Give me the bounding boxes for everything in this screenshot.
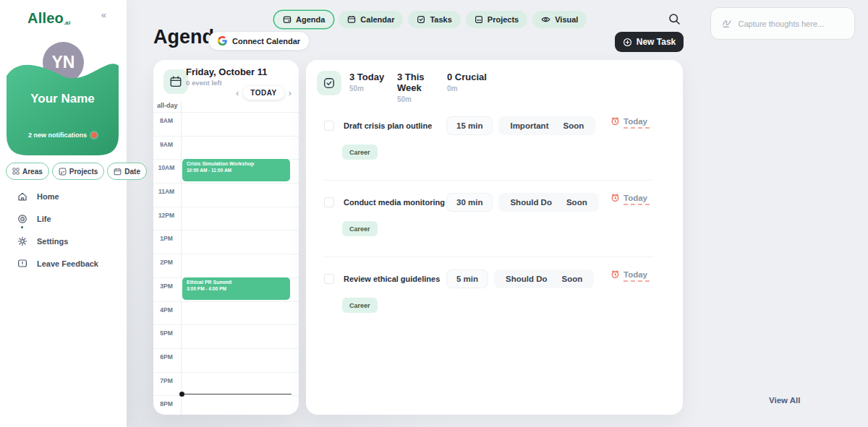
notifications[interactable]: 2 new notifications	[7, 131, 119, 139]
capture-input[interactable]	[739, 20, 843, 28]
filter-label: Areas	[22, 168, 43, 176]
priority-label: Should Do	[510, 198, 552, 207]
filter-date[interactable]: Date	[107, 163, 147, 180]
chevron-right-icon[interactable]: ›	[287, 88, 293, 98]
task-priority-pill[interactable]: Should Do Soon	[498, 193, 598, 212]
hour-label: 3PM	[153, 280, 179, 290]
tab-label: Calendar	[360, 15, 394, 24]
calendar-event[interactable]: Ethical PR Summit 3:00 PM - 4:00 PM	[182, 277, 290, 300]
tasks-header: 3 Today 50m 3 This Week 50m 0 Crucial 0m	[306, 60, 683, 104]
task-tag[interactable]: Career	[342, 221, 378, 236]
calendar-date: Friday, October 11	[186, 66, 267, 77]
task-title[interactable]: Conduct media monitoring	[344, 198, 446, 207]
checkbox-check-icon	[323, 77, 336, 90]
search-icon[interactable]	[668, 13, 683, 27]
task-row: Conduct media monitoring 30 min Should D…	[306, 181, 683, 257]
task-schedule[interactable]: Today	[610, 269, 650, 282]
tab-label: Agenda	[296, 15, 325, 24]
task-tag[interactable]: Career	[342, 145, 378, 160]
filter-label: Projects	[69, 168, 98, 176]
sidebar-item-settings[interactable]: Settings	[17, 236, 98, 246]
tab-calendar[interactable]: Calendar	[339, 11, 403, 28]
google-icon	[218, 36, 227, 46]
collapse-sidebar-icon[interactable]: «	[101, 9, 106, 20]
hour-row[interactable]: 2PM	[153, 254, 299, 277]
task-duration-pill[interactable]: 15 min	[446, 116, 493, 135]
tab-label: Projects	[488, 15, 519, 24]
filter-projects[interactable]: Projects	[52, 163, 104, 180]
sidebar-filters: Areas Projects Date	[6, 163, 147, 180]
hour-row[interactable]: 8PM	[153, 395, 299, 415]
day-time-grid[interactable]: all-day 8AM 9AM 10AM 11AM 12PM 1PM 2PM 3…	[153, 102, 299, 415]
sidebar: Alleo.ai « YN Your Name 2 new notificati…	[0, 0, 127, 427]
task-schedule[interactable]: Today	[610, 193, 650, 205]
task-tag[interactable]: Career	[342, 298, 378, 313]
logo-suffix: .ai	[64, 20, 71, 26]
hour-label: 11AM	[153, 186, 179, 195]
task-priority-pill[interactable]: Should Do Soon	[494, 269, 594, 288]
current-time-line	[184, 394, 292, 395]
task-checkbox[interactable]	[324, 197, 334, 207]
task-priority-pill[interactable]: Important Soon	[498, 116, 595, 135]
hour-row[interactable]: 5PM	[153, 324, 299, 348]
sidebar-item-home[interactable]: Home	[17, 191, 98, 202]
connect-calendar-button[interactable]: Connect Calendar	[208, 31, 310, 51]
chevron-left-icon[interactable]: ‹	[234, 88, 240, 98]
feedback-icon	[17, 259, 27, 269]
today-button[interactable]: TODAY	[243, 86, 284, 100]
hour-row[interactable]: 12PM	[153, 207, 299, 230]
filter-areas[interactable]: Areas	[6, 163, 49, 180]
calendar-nav: ‹ TODAY ›	[234, 86, 293, 100]
summary-count: 3 Today	[349, 72, 397, 82]
hour-row[interactable]: 11AM	[153, 183, 299, 207]
tab-agenda[interactable]: Agenda	[274, 11, 333, 28]
task-checkbox[interactable]	[324, 274, 334, 284]
hour-label: 1PM	[153, 233, 179, 242]
tab-visual[interactable]: Visual	[532, 11, 587, 28]
task-duration-pill[interactable]: 30 min	[446, 193, 493, 212]
tab-tasks[interactable]: Tasks	[408, 11, 460, 28]
task-title[interactable]: Review ethical guidelines	[344, 275, 446, 283]
duration-label: 30 min	[456, 198, 482, 207]
date-icon	[114, 168, 122, 176]
summary-count: 3 This Week	[397, 72, 447, 93]
home-icon	[17, 191, 27, 202]
connect-calendar-label: Connect Calendar	[232, 37, 300, 46]
task-checkbox[interactable]	[324, 121, 334, 131]
hour-label: 12PM	[153, 210, 179, 219]
hour-label: 9AM	[153, 139, 179, 148]
new-task-button[interactable]: New Task	[615, 32, 684, 52]
summary-count: 0 Crucial	[447, 72, 498, 82]
view-all-link[interactable]: View All	[769, 396, 800, 405]
sidebar-menu: Home Life Settings Leave Feedback	[17, 191, 98, 269]
hour-row[interactable]: 8AM	[153, 112, 299, 136]
sidebar-item-leave-feedback[interactable]: Leave Feedback	[17, 259, 98, 269]
duration-label: 15 min	[456, 121, 482, 130]
gear-icon	[17, 236, 27, 246]
summary-today: 3 Today 50m	[349, 72, 397, 103]
task-schedule[interactable]: Today	[610, 116, 650, 129]
task-duration-pill[interactable]: 5 min	[446, 269, 488, 288]
hour-row[interactable]: 6PM	[153, 348, 299, 372]
alleo-logo[interactable]: Alleo.ai	[27, 10, 70, 27]
hour-row[interactable]: 4PM	[153, 301, 299, 325]
capture-box[interactable]	[710, 7, 855, 40]
task-list: Draft crisis plan outline 15 min Importa…	[306, 104, 683, 334]
tasks-summary: 3 Today 50m 3 This Week 50m 0 Crucial 0m	[349, 72, 498, 103]
hour-label: 7PM	[153, 375, 179, 384]
calendar-panel: Friday, October 11 0 event left ‹ TODAY …	[153, 60, 299, 415]
hour-row[interactable]: 1PM	[153, 230, 299, 254]
profile-card: Your Name 2 new notifications	[7, 50, 119, 155]
current-time-indicator[interactable]	[179, 392, 292, 397]
event-title: Crisis Simulation Workshop	[187, 161, 286, 166]
hour-label: 2PM	[153, 256, 179, 266]
summary-crucial: 0 Crucial 0m	[447, 72, 498, 103]
task-title[interactable]: Draft crisis plan outline	[344, 121, 446, 130]
schedule-underline	[624, 204, 650, 205]
tab-projects[interactable]: Projects	[466, 11, 527, 28]
calendar-event[interactable]: Crisis Simulation Workshop 10:00 AM - 11…	[182, 159, 290, 181]
notifications-label: 2 new notifications	[28, 131, 87, 139]
sidebar-item-life[interactable]: Life	[17, 214, 98, 224]
hour-row[interactable]: 9AM	[153, 136, 299, 160]
urgency-label: Soon	[566, 198, 587, 207]
